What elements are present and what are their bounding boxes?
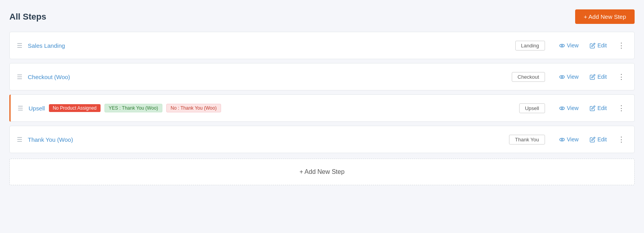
more-button-checkout-woo[interactable]: ⋮ bbox=[615, 72, 627, 81]
edit-button-upsell[interactable]: Edit bbox=[587, 103, 609, 113]
badge-danger-outline: No : Thank You (Woo) bbox=[166, 104, 221, 112]
edit-icon bbox=[590, 137, 595, 143]
step-type-badge-thank-you-woo: Thank You bbox=[509, 135, 545, 144]
more-button-thank-you-woo[interactable]: ⋮ bbox=[615, 135, 627, 144]
drag-handle-icon[interactable]: ☰ bbox=[17, 42, 22, 49]
svg-point-7 bbox=[561, 139, 563, 140]
step-row-sales-landing: ☰Sales LandingLanding View Edit⋮ bbox=[9, 32, 635, 59]
step-row-checkout-woo: ☰Checkout (Woo)Checkout View Edit⋮ bbox=[9, 63, 635, 90]
svg-point-0 bbox=[559, 44, 565, 47]
view-button-thank-you-woo[interactable]: View bbox=[557, 135, 581, 144]
svg-point-4 bbox=[559, 107, 565, 110]
edit-button-checkout-woo[interactable]: Edit bbox=[587, 72, 609, 81]
page-header: All Steps + Add New Step bbox=[9, 9, 635, 24]
step-type-badge-checkout-woo: Checkout bbox=[512, 72, 545, 82]
step-actions-checkout-woo: View Edit⋮ bbox=[557, 72, 627, 81]
drag-handle-icon[interactable]: ☰ bbox=[17, 136, 22, 143]
step-name-upsell: UpsellNo Product AssignedYES : Thank You… bbox=[29, 104, 519, 112]
edit-button-sales-landing[interactable]: Edit bbox=[587, 41, 609, 50]
edit-icon bbox=[590, 43, 595, 49]
step-name-checkout-woo: Checkout (Woo) bbox=[28, 74, 512, 80]
step-row-upsell: ☰UpsellNo Product AssignedYES : Thank Yo… bbox=[9, 94, 635, 122]
more-button-upsell[interactable]: ⋮ bbox=[615, 104, 627, 112]
edit-icon bbox=[590, 74, 595, 80]
svg-point-3 bbox=[561, 76, 563, 78]
add-new-step-button-top[interactable]: + Add New Step bbox=[575, 9, 635, 24]
badge-success: YES : Thank You (Woo) bbox=[104, 104, 162, 112]
add-new-step-bottom[interactable]: + Add New Step bbox=[9, 159, 635, 185]
step-actions-thank-you-woo: View Edit⋮ bbox=[557, 135, 627, 144]
svg-point-6 bbox=[559, 138, 565, 141]
eye-icon bbox=[559, 105, 565, 111]
step-actions-upsell: View Edit⋮ bbox=[557, 103, 627, 113]
svg-point-2 bbox=[559, 75, 565, 78]
eye-icon bbox=[559, 137, 565, 143]
step-name-text: Sales Landing bbox=[28, 42, 65, 49]
eye-icon bbox=[559, 43, 565, 49]
drag-handle-icon[interactable]: ☰ bbox=[18, 105, 23, 112]
step-row-thank-you-woo: ☰Thank You (Woo)Thank You View Edit⋮ bbox=[9, 126, 635, 153]
step-name-text: Thank You (Woo) bbox=[28, 136, 73, 143]
step-type-badge-upsell: Upsell bbox=[519, 103, 545, 113]
add-step-bottom-label: + Add New Step bbox=[299, 168, 344, 175]
step-actions-sales-landing: View Edit⋮ bbox=[557, 41, 627, 50]
step-name-sales-landing: Sales Landing bbox=[28, 42, 515, 49]
edit-button-thank-you-woo[interactable]: Edit bbox=[587, 135, 609, 144]
eye-icon bbox=[559, 74, 565, 80]
badge-warning: No Product Assigned bbox=[49, 104, 101, 112]
view-button-checkout-woo[interactable]: View bbox=[557, 72, 581, 81]
steps-list: ☰Sales LandingLanding View Edit⋮☰Checkou… bbox=[9, 32, 635, 157]
page-title: All Steps bbox=[9, 12, 46, 22]
view-button-sales-landing[interactable]: View bbox=[557, 41, 581, 50]
more-button-sales-landing[interactable]: ⋮ bbox=[615, 41, 627, 50]
view-button-upsell[interactable]: View bbox=[557, 103, 581, 113]
drag-handle-icon[interactable]: ☰ bbox=[17, 73, 22, 81]
step-name-text: Upsell bbox=[29, 105, 45, 112]
svg-point-5 bbox=[561, 107, 563, 109]
svg-point-1 bbox=[561, 45, 563, 46]
step-name-text: Checkout (Woo) bbox=[28, 74, 70, 80]
step-type-badge-sales-landing: Landing bbox=[515, 41, 545, 51]
edit-icon bbox=[590, 105, 595, 111]
step-name-thank-you-woo: Thank You (Woo) bbox=[28, 136, 509, 143]
